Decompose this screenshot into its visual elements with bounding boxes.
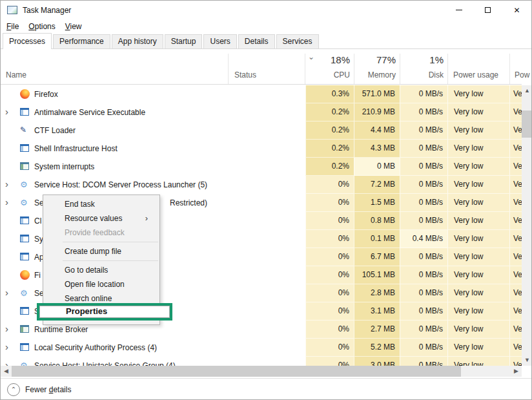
- power-trend-cell: Ve: [509, 103, 522, 121]
- disk-cell: 0 MB/s: [400, 357, 447, 366]
- power-trend-cell: Ve: [509, 194, 522, 212]
- power-trend-cell: Ve: [509, 230, 522, 248]
- table-row[interactable]: ›⚙Service Host: DCOM Server Process Laun…: [1, 176, 522, 194]
- tab-performance[interactable]: Performance: [53, 34, 110, 48]
- memory-cell: 5.2 MB: [354, 339, 400, 357]
- expand-chevron-icon[interactable]: ›: [5, 194, 8, 212]
- horizontal-scrollbar[interactable]: ◀ ▶: [1, 366, 522, 377]
- expand-chevron-icon[interactable]: ›: [5, 321, 8, 339]
- memory-cell: 4.3 MB: [354, 140, 400, 158]
- fewer-details-toggle[interactable]: ⌃ Fewer details: [7, 379, 71, 400]
- table-row[interactable]: Firefox0.3%571.0 MB0 MB/sVery lowVe: [1, 85, 522, 103]
- menu-view[interactable]: View: [65, 22, 82, 31]
- power-usage-cell: Very low: [447, 248, 509, 266]
- menu-separator: [63, 242, 158, 242]
- disk-cell: 0 MB/s: [400, 140, 447, 158]
- expand-chevron-icon[interactable]: ›: [5, 176, 8, 194]
- tab-details[interactable]: Details: [238, 34, 275, 48]
- power-usage-cell: Very low: [447, 357, 509, 366]
- menu-item-end-task[interactable]: End task: [43, 197, 159, 211]
- scroll-down-icon[interactable]: ▼: [522, 355, 532, 366]
- menu-item-go-to-details[interactable]: Go to details: [43, 263, 159, 277]
- power-trend-cell: Ve: [509, 339, 522, 357]
- disk-cell: 0 MB/s: [400, 321, 447, 339]
- column-header-power[interactable]: Power usage: [453, 70, 498, 79]
- power-trend-cell: Ve: [509, 357, 522, 366]
- task-manager-window: Task Manager ✕ File Options View Process…: [0, 0, 532, 400]
- column-header-name[interactable]: Name: [6, 70, 26, 79]
- maximize-button[interactable]: [473, 1, 502, 19]
- window-icon: [20, 235, 29, 242]
- tab-services[interactable]: Services: [276, 34, 319, 48]
- cpu-cell: 0%: [305, 194, 354, 212]
- cpu-cell: 0%: [305, 176, 354, 194]
- expand-chevron-icon[interactable]: ›: [5, 339, 8, 357]
- tab-startup[interactable]: Startup: [165, 34, 203, 48]
- column-header-power-trend[interactable]: Pow: [515, 70, 529, 79]
- process-name: Service Host: DCOM Server Process Launch…: [34, 176, 207, 194]
- power-usage-cell: Very low: [447, 103, 509, 121]
- horizontal-scrollbar-thumb[interactable]: [12, 366, 461, 377]
- tab-app-history[interactable]: App history: [112, 34, 163, 48]
- firefox-icon: [20, 89, 30, 99]
- memory-cell: 571.0 MB: [354, 85, 400, 103]
- gear-icon: ⚙: [20, 180, 28, 189]
- window2-icon: [20, 325, 29, 333]
- window2-icon: [20, 162, 29, 170]
- process-name: Sy: [34, 230, 43, 248]
- tab-users[interactable]: Users: [203, 34, 236, 48]
- minimize-button[interactable]: [444, 1, 473, 19]
- disk-total: 1%: [400, 54, 444, 65]
- chevron-up-circle-icon: ⌃: [7, 383, 20, 396]
- menu-file[interactable]: File: [6, 22, 19, 31]
- close-button[interactable]: ✕: [502, 1, 531, 19]
- pen-icon: ✎: [20, 126, 26, 134]
- column-header-memory[interactable]: Memory: [354, 70, 396, 79]
- expand-chevron-icon[interactable]: ›: [5, 103, 8, 121]
- table-header: ⌄ Name Status CPU Memory Disk Power usag…: [1, 50, 522, 85]
- memory-cell: 6.7 MB: [354, 248, 400, 266]
- power-usage-cell: Very low: [447, 176, 509, 194]
- expand-chevron-icon[interactable]: ›: [5, 284, 8, 302]
- power-trend-cell: Ve: [509, 302, 522, 321]
- vertical-scrollbar-thumb[interactable]: [522, 111, 532, 138]
- cpu-cell: 0%: [305, 302, 354, 321]
- column-header-disk[interactable]: Disk: [400, 70, 444, 79]
- cpu-cell: 0.3%: [305, 85, 354, 103]
- memory-cell: 0.8 MB: [354, 212, 400, 230]
- expand-chevron-icon[interactable]: ›: [5, 357, 8, 366]
- cpu-cell: 0%: [305, 248, 354, 266]
- power-trend-cell: Ve: [509, 284, 522, 302]
- disk-cell: 0 MB/s: [400, 85, 447, 103]
- tab-processes[interactable]: Processes: [3, 33, 52, 49]
- power-usage-cell: Very low: [447, 158, 509, 176]
- scroll-left-icon[interactable]: ◀: [1, 366, 12, 377]
- menu-options[interactable]: Options: [28, 22, 55, 31]
- memory-cell: 4.4 MB: [354, 121, 400, 140]
- table-row[interactable]: Shell Infrastructure Host0.2%4.3 MB0 MB/…: [1, 140, 522, 158]
- gear-icon: ⚙: [20, 361, 28, 366]
- memory-cell: 210.9 MB: [354, 103, 400, 121]
- menu-item-resource-values[interactable]: Resource values›: [43, 211, 159, 226]
- disk-cell: 0 MB/s: [400, 194, 447, 212]
- column-header-status[interactable]: Status: [234, 70, 256, 79]
- table-row[interactable]: ✎CTF Loader0.2%4.4 MB0 MB/sVery lowVe: [1, 121, 522, 140]
- footer-bar: ⌃ Fewer details End task: [1, 378, 532, 400]
- table-row[interactable]: ›⚙Service Host: Unistack Service Group (…: [1, 357, 522, 366]
- table-row[interactable]: ›Local Security Authority Process (4)0%5…: [1, 339, 522, 357]
- power-trend-cell: Ve: [509, 176, 522, 194]
- menu-item-open-file-location[interactable]: Open file location: [43, 277, 159, 291]
- scroll-right-icon[interactable]: ▶: [511, 366, 522, 377]
- menu-item-provide-feedback: Provide feedback: [43, 226, 159, 240]
- table-row[interactable]: System interrupts0.2%0 MB0 MB/sVery lowV…: [1, 158, 522, 176]
- properties-menu-item-highlighted[interactable]: Properties: [37, 303, 172, 321]
- vertical-scrollbar[interactable]: ▲ ▼: [522, 85, 532, 366]
- menu-item-create-dump-file[interactable]: Create dump file: [43, 244, 159, 258]
- table-row[interactable]: ›Antimalware Service Executable0.2%210.9…: [1, 103, 522, 121]
- memory-cell: 1.5 MB: [354, 194, 400, 212]
- process-name: CTF Loader: [34, 121, 76, 140]
- memory-cell: 2.8 MB: [354, 284, 400, 302]
- memory-cell: 2.7 MB: [354, 321, 400, 339]
- scroll-up-icon[interactable]: ▲: [522, 85, 532, 96]
- column-header-cpu[interactable]: CPU: [305, 70, 350, 79]
